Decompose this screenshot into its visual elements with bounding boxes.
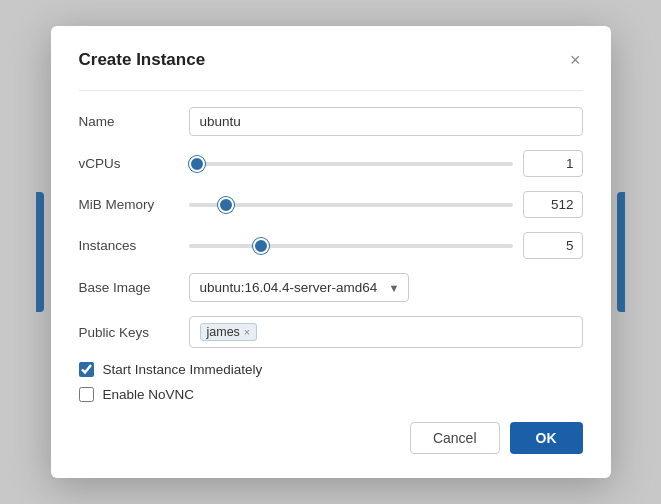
overlay: Create Instance × Name vCPUs MiB Memory (0, 0, 661, 504)
vcpus-slider[interactable] (189, 162, 513, 166)
memory-slider[interactable] (189, 203, 513, 207)
public-keys-tags-input[interactable]: james × (189, 316, 583, 348)
instances-control (189, 232, 583, 259)
modal-dialog: Create Instance × Name vCPUs MiB Memory (51, 26, 611, 478)
tag-remove-james[interactable]: × (244, 327, 250, 338)
base-image-control: ubuntu:16.04.4-server-amd64 ubuntu:18.04… (189, 273, 583, 302)
public-keys-row: Public Keys james × (79, 316, 583, 348)
modal-footer: Cancel OK (79, 422, 583, 454)
name-label: Name (79, 114, 189, 129)
enable-novnc-checkbox[interactable] (79, 387, 94, 402)
vcpus-row: vCPUs (79, 150, 583, 177)
instances-value-input[interactable] (523, 232, 583, 259)
start-immediately-label: Start Instance Immediately (103, 362, 263, 377)
name-control (189, 107, 583, 136)
ok-button[interactable]: OK (510, 422, 583, 454)
header-divider (79, 90, 583, 91)
enable-novnc-row: Enable NoVNC (79, 387, 583, 402)
instances-row: Instances (79, 232, 583, 259)
sidebar-hint-right (617, 192, 625, 312)
memory-label: MiB Memory (79, 197, 189, 212)
base-image-select-wrapper: ubuntu:16.04.4-server-amd64 ubuntu:18.04… (189, 273, 409, 302)
base-image-row: Base Image ubuntu:16.04.4-server-amd64 u… (79, 273, 583, 302)
sidebar-hint-left (36, 192, 44, 312)
enable-novnc-label: Enable NoVNC (103, 387, 195, 402)
start-immediately-row: Start Instance Immediately (79, 362, 583, 377)
modal-header: Create Instance × (79, 50, 583, 70)
instances-slider[interactable] (189, 244, 513, 248)
memory-row: MiB Memory (79, 191, 583, 218)
memory-slider-wrapper (189, 203, 513, 207)
vcpus-slider-wrapper (189, 162, 513, 166)
tag-text: james (207, 325, 240, 339)
base-image-select[interactable]: ubuntu:16.04.4-server-amd64 ubuntu:18.04… (189, 273, 409, 302)
tag-james: james × (200, 323, 258, 341)
public-keys-label: Public Keys (79, 325, 189, 340)
instances-label: Instances (79, 238, 189, 253)
base-image-label: Base Image (79, 280, 189, 295)
memory-value-input[interactable] (523, 191, 583, 218)
cancel-button[interactable]: Cancel (410, 422, 500, 454)
name-row: Name (79, 107, 583, 136)
vcpus-value-input[interactable] (523, 150, 583, 177)
vcpus-control (189, 150, 583, 177)
modal-title: Create Instance (79, 50, 206, 70)
name-input[interactable] (189, 107, 583, 136)
start-immediately-checkbox[interactable] (79, 362, 94, 377)
vcpus-label: vCPUs (79, 156, 189, 171)
close-button[interactable]: × (568, 51, 583, 69)
public-keys-control: james × (189, 316, 583, 348)
memory-control (189, 191, 583, 218)
instances-slider-wrapper (189, 244, 513, 248)
